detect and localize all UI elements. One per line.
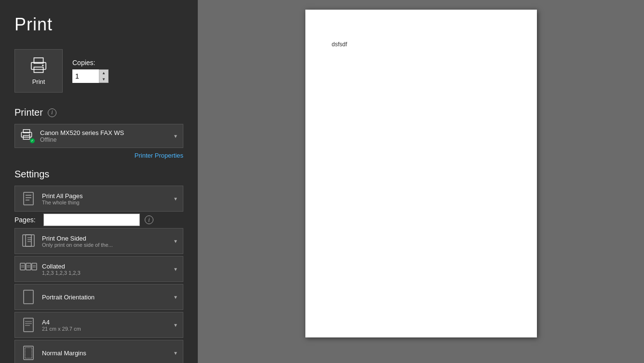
copies-label: Copies: — [72, 59, 109, 67]
settings-header: Settings — [14, 169, 183, 180]
pages-info-icon[interactable]: i — [145, 215, 153, 224]
copies-spinner: ▲ ▼ — [99, 69, 109, 83]
printer-info: Canon MX520 series FAX WS Offline — [40, 129, 173, 143]
print-all-pages-arrow: ▼ — [173, 196, 178, 202]
copies-input-wrap: ▲ ▼ — [72, 69, 109, 83]
print-all-pages-text: Print All Pages The whole thing — [42, 192, 173, 205]
print-one-sided-title: Print One Sided — [42, 235, 173, 242]
print-all-pages-subtitle: The whole thing — [42, 200, 173, 205]
svg-rect-26 — [24, 290, 33, 304]
page-preview: dsfsdf — [305, 10, 537, 337]
preview-content-text: dsfsdf — [332, 41, 347, 48]
collated-icon — [20, 260, 37, 278]
svg-rect-27 — [24, 318, 33, 332]
svg-rect-17 — [20, 263, 25, 270]
setting-paper-size[interactable]: A4 21 cm x 29.7 cm ▼ — [14, 312, 183, 338]
print-section: Print Copies: ▲ ▼ — [14, 49, 183, 93]
pages-label: Pages: — [14, 216, 39, 224]
printer-dropdown[interactable]: Canon MX520 series FAX WS Offline ▼ — [14, 124, 183, 148]
margins-icon — [20, 344, 37, 362]
collated-title: Collated — [42, 263, 173, 270]
svg-rect-13 — [26, 235, 34, 246]
portrait-title: Portrait Orientation — [42, 294, 173, 301]
svg-rect-19 — [32, 263, 37, 270]
paper-size-text: A4 21 cm x 29.7 cm — [42, 319, 173, 332]
printer-info-icon[interactable]: i — [48, 108, 56, 117]
portrait-arrow: ▼ — [173, 295, 178, 300]
printer-properties-link[interactable]: Printer Properties — [14, 152, 183, 159]
svg-rect-7 — [29, 134, 30, 135]
margins-text: Normal Margins — [42, 350, 173, 357]
printer-section: Printer i Canon MX520 series FAX WS Offl… — [14, 107, 183, 159]
print-one-sided-icon — [20, 232, 37, 250]
portrait-text: Portrait Orientation — [42, 294, 173, 301]
print-button[interactable]: Print — [14, 49, 63, 93]
margins-title: Normal Margins — [42, 350, 173, 357]
svg-rect-18 — [26, 263, 31, 270]
pages-input[interactable] — [43, 214, 140, 226]
printer-name: Canon MX520 series FAX WS — [40, 129, 173, 136]
copies-section: Copies: ▲ ▼ — [72, 59, 109, 83]
paper-size-title: A4 — [42, 319, 173, 326]
printer-dropdown-arrow: ▼ — [173, 134, 178, 139]
print-icon — [29, 57, 48, 74]
collated-arrow: ▼ — [173, 267, 178, 272]
svg-rect-12 — [23, 235, 31, 246]
collated-subtitle: 1,2,3 1,2,3 1,2,3 — [42, 270, 173, 276]
setting-margins[interactable]: Normal Margins ▼ — [14, 340, 183, 363]
right-panel: dsfsdf — [198, 0, 644, 363]
print-one-sided-arrow: ▼ — [173, 239, 178, 244]
collated-text: Collated 1,2,3 1,2,3 1,2,3 — [42, 263, 173, 276]
svg-rect-3 — [42, 65, 43, 66]
setting-portrait[interactable]: Portrait Orientation ▼ — [14, 284, 183, 310]
print-button-label: Print — [32, 78, 45, 85]
print-one-sided-subtitle: Only print on one side of the... — [42, 242, 173, 248]
portrait-icon — [20, 288, 37, 306]
print-all-pages-icon — [20, 190, 37, 207]
printer-status: Offline — [40, 136, 173, 143]
copies-up-button[interactable]: ▲ — [99, 70, 108, 76]
svg-rect-32 — [25, 348, 32, 358]
margins-arrow: ▼ — [173, 350, 178, 356]
svg-rect-8 — [24, 192, 33, 205]
paper-size-arrow: ▼ — [173, 323, 178, 328]
setting-collated[interactable]: Collated 1,2,3 1,2,3 1,2,3 ▼ — [14, 256, 183, 282]
printer-status-indicator — [29, 138, 35, 144]
print-one-sided-text: Print One Sided Only print on one side o… — [42, 235, 173, 248]
copies-input[interactable] — [72, 69, 99, 83]
copies-down-button[interactable]: ▼ — [99, 76, 108, 82]
left-panel: Print Print Copies: ▲ ▼ — [0, 0, 198, 363]
printer-header: Printer i — [14, 107, 183, 118]
paper-size-subtitle: 21 cm x 29.7 cm — [42, 326, 173, 332]
pages-row: Pages: i — [14, 214, 183, 226]
print-all-pages-title: Print All Pages — [42, 192, 173, 200]
setting-print-all-pages[interactable]: Print All Pages The whole thing ▼ — [14, 186, 183, 212]
paper-size-icon — [20, 316, 37, 334]
printer-icon-wrap — [20, 128, 35, 144]
page-title: Print — [14, 14, 183, 35]
settings-section: Settings Print All Pages The whole thing… — [14, 169, 183, 363]
setting-print-one-sided[interactable]: Print One Sided Only print on one side o… — [14, 228, 183, 254]
